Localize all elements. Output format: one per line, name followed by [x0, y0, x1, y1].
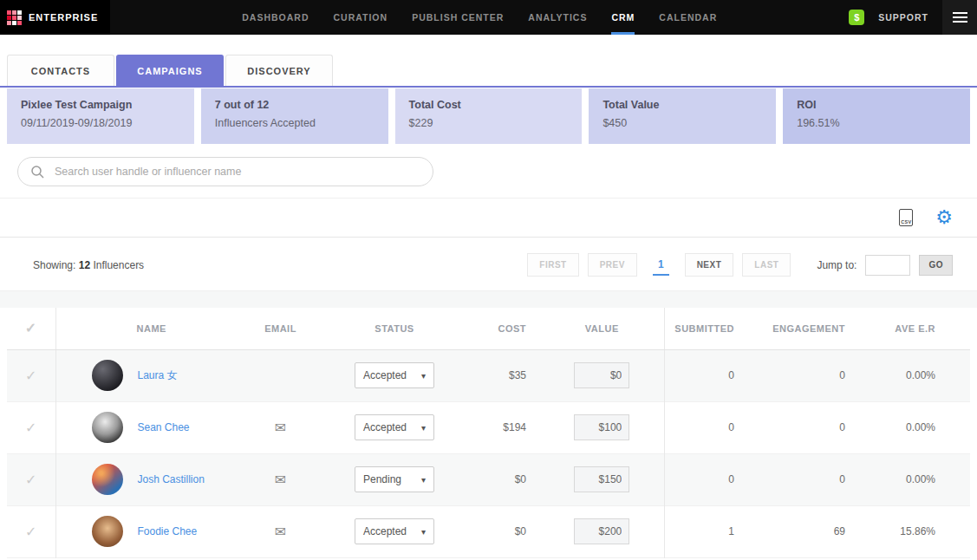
table-top-band — [0, 290, 977, 308]
engagement-cell: 0 — [765, 401, 870, 453]
cost-cell: $0 — [453, 505, 540, 557]
stat-value: 196.51% — [797, 117, 956, 129]
tab-campaigns[interactable]: CAMPAIGNS — [116, 55, 224, 86]
status-dropdown[interactable]: Accepted ▾ — [355, 518, 434, 544]
status-value: Accepted — [363, 369, 407, 381]
email-icon[interactable]: ✉ — [275, 524, 286, 539]
support-link[interactable]: SUPPORT — [878, 12, 928, 23]
tab-discovery[interactable]: DISCOVERY — [225, 55, 333, 86]
nav-item-publish-center[interactable]: PUBLISH CENTER — [412, 0, 504, 35]
email-icon[interactable]: ✉ — [275, 472, 286, 487]
submitted-cell: 1 — [664, 505, 765, 557]
chevron-down-icon: ▾ — [421, 423, 426, 433]
stat-title: ROI — [797, 99, 956, 111]
engagement-cell: 69 — [765, 505, 870, 557]
submitted-cell: 0 — [664, 453, 765, 505]
ave-er-cell: 15.86% — [870, 505, 970, 557]
search-icon — [30, 165, 44, 179]
influencer-name-link[interactable]: Laura 女 — [138, 368, 178, 382]
brand-label: ENTERPRISE — [29, 12, 98, 23]
select-all-header[interactable]: ✓ — [7, 308, 55, 349]
value-input[interactable] — [574, 414, 629, 440]
value-input[interactable] — [574, 362, 629, 388]
stat-pixlee-test-campaign: Pixlee Test Campaign 09/11/2019-09/18/20… — [7, 88, 194, 144]
column-header-email: EMAIL — [225, 308, 335, 349]
status-value: Accepted — [363, 421, 407, 433]
showing-unit: Influencers — [93, 259, 144, 271]
tab-contacts[interactable]: CONTACTS — [7, 55, 114, 86]
value-input[interactable] — [574, 518, 629, 544]
prev-page-button[interactable]: PREV — [588, 253, 637, 277]
column-header-ave-e-r: AVE E.R — [870, 308, 970, 349]
showing-label: Showing: — [33, 259, 75, 271]
row-check-icon[interactable]: ✓ — [25, 524, 36, 539]
engagement-cell: 0 — [765, 453, 870, 505]
table-row: ✓ Foodie Chee ✉ Accepted ▾ $0 1 69 15.86… — [7, 505, 970, 557]
search-box[interactable] — [17, 157, 433, 186]
row-check-icon[interactable]: ✓ — [25, 368, 36, 383]
status-dropdown[interactable]: Accepted ▾ — [355, 362, 434, 388]
showing-number: 12 — [79, 259, 90, 271]
jump-to-group: Jump to: GO — [817, 255, 953, 276]
csv-export-icon[interactable]: CSV — [899, 209, 913, 226]
jump-to-label: Jump to: — [817, 259, 857, 271]
nav-item-calendar[interactable]: CALENDAR — [659, 0, 717, 35]
nav-right: $ SUPPORT — [849, 0, 977, 35]
next-page-button[interactable]: NEXT — [685, 253, 734, 277]
stat-title: Total Value — [602, 99, 762, 111]
avatar[interactable] — [92, 464, 123, 495]
go-button[interactable]: GO — [919, 255, 953, 276]
row-check-icon[interactable]: ✓ — [25, 420, 36, 435]
stat-value: Influencers Accepted — [215, 117, 375, 129]
stat-value: $229 — [409, 117, 569, 129]
submitted-cell: 0 — [664, 349, 765, 401]
nav-item-dashboard[interactable]: DASHBOARD — [242, 0, 309, 35]
table-toolbar: CSV ⚙ — [0, 198, 977, 238]
influencer-name-link[interactable]: Foodie Chee — [138, 524, 198, 538]
last-page-button[interactable]: LAST — [742, 253, 791, 277]
status-dropdown[interactable]: Accepted ▾ — [355, 414, 434, 440]
influencer-name-link[interactable]: Josh Castillion — [138, 472, 205, 486]
influencers-table: ✓ NAMEEMAILSTATUSCOSTVALUESUBMITTEDENGAG… — [7, 308, 970, 558]
hamburger-menu-icon[interactable] — [942, 0, 977, 35]
stat-title: 7 out of 12 — [215, 99, 375, 111]
currency-badge[interactable]: $ — [849, 10, 864, 25]
first-page-button[interactable]: FIRST — [527, 253, 578, 277]
value-input[interactable] — [574, 466, 629, 492]
stat-title: Pixlee Test Campaign — [21, 99, 180, 111]
table-row: ✓ Sean Chee ✉ Accepted ▾ $194 0 0 0.00% — [7, 401, 970, 453]
avatar[interactable] — [92, 516, 123, 547]
stat-7-out-of-12: 7 out of 12 Influencers Accepted — [201, 88, 388, 144]
brand[interactable]: ENTERPRISE — [0, 0, 110, 35]
column-header-submitted: SUBMITTED — [664, 308, 765, 349]
gear-icon[interactable]: ⚙ — [935, 208, 953, 227]
avatar[interactable] — [92, 412, 123, 443]
current-page[interactable]: 1 — [653, 255, 669, 276]
stat-title: Total Cost — [409, 99, 569, 111]
influencer-name-link[interactable]: Sean Chee — [138, 420, 190, 434]
table-row: ✓ Laura 女 ✉ Accepted ▾ $35 0 0 0.00% — [7, 349, 970, 401]
ave-er-cell: 0.00% — [870, 401, 970, 453]
chevron-down-icon: ▾ — [421, 371, 426, 381]
row-check-icon[interactable]: ✓ — [25, 472, 36, 487]
status-dropdown[interactable]: Pending ▾ — [355, 466, 434, 492]
submitted-cell: 0 — [664, 401, 765, 453]
ave-er-cell: 0.00% — [870, 349, 970, 401]
engagement-cell: 0 — [765, 349, 870, 401]
column-header-engagement: ENGAGEMENT — [765, 308, 870, 349]
nav-item-curation[interactable]: CURATION — [333, 0, 388, 35]
column-header-value: VALUE — [540, 308, 664, 349]
nav-item-analytics[interactable]: ANALYTICS — [528, 0, 587, 35]
email-icon[interactable]: ✉ — [275, 420, 286, 435]
table-row: ✓ Josh Castillion ✉ Pending ▾ $0 0 0 0.0… — [7, 453, 970, 505]
chevron-down-icon: ▾ — [421, 527, 426, 537]
showing-count: Showing: 12 Influencers — [33, 259, 144, 271]
nav-item-crm[interactable]: CRM — [611, 0, 635, 35]
search-input[interactable] — [53, 165, 420, 179]
ave-er-cell: 0.00% — [870, 453, 970, 505]
pixlee-logo-icon — [7, 10, 22, 25]
top-navbar: ENTERPRISE DASHBOARD CURATION PUBLISH CE… — [0, 0, 977, 35]
avatar[interactable] — [92, 360, 123, 391]
jump-to-input[interactable] — [865, 255, 910, 276]
check-icon: ✓ — [25, 321, 37, 335]
